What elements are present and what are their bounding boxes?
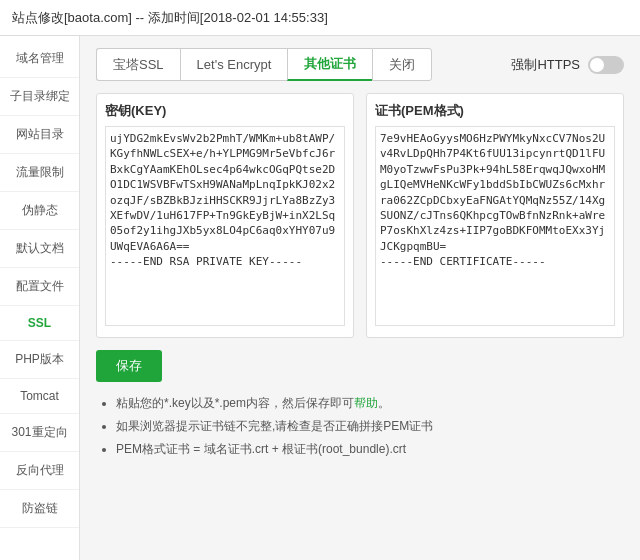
tips-list: 粘贴您的*.key以及*.pem内容，然后保存即可帮助。如果浏览器提示证书链不完… — [96, 394, 624, 458]
sidebar-item-ssl[interactable]: SSL — [0, 306, 79, 341]
tab-other-cert[interactable]: 其他证书 — [287, 48, 372, 81]
tip-item-1: 如果浏览器提示证书链不完整,请检查是否正确拼接PEM证书 — [116, 417, 624, 435]
key-panel: 密钥(KEY) — [96, 93, 354, 338]
sidebar-item-config[interactable]: 配置文件 — [0, 268, 79, 306]
sidebar-item-default[interactable]: 默认文档 — [0, 230, 79, 268]
cert-panel: 证书(PEM格式) — [366, 93, 624, 338]
tab-lets-encrypt[interactable]: Let's Encrypt — [180, 48, 288, 81]
sidebar-item-reverse[interactable]: 反向代理 — [0, 452, 79, 490]
tab-close[interactable]: 关闭 — [372, 48, 432, 81]
cert-textarea[interactable] — [375, 126, 615, 326]
sidebar-item-hotlink[interactable]: 防盗链 — [0, 490, 79, 528]
sidebar: 域名管理子目录绑定网站目录流量限制伪静态默认文档配置文件SSLPHP版本Tomc… — [0, 36, 80, 560]
tab-baota-ssl[interactable]: 宝塔SSL — [96, 48, 180, 81]
help-link[interactable]: 帮助 — [354, 396, 378, 410]
sidebar-item-tomcat[interactable]: Tomcat — [0, 379, 79, 414]
cert-panel-title: 证书(PEM格式) — [375, 102, 615, 120]
sidebar-item-php[interactable]: PHP版本 — [0, 341, 79, 379]
sidebar-item-sitelist[interactable]: 网站目录 — [0, 116, 79, 154]
force-https-container: 强制HTTPS — [511, 56, 624, 74]
sidebar-item-flow[interactable]: 流量限制 — [0, 154, 79, 192]
save-button[interactable]: 保存 — [96, 350, 162, 382]
title-bar: 站点修改[baota.com] -- 添加时间[2018-02-01 14:55… — [0, 0, 640, 36]
cert-panels: 密钥(KEY) 证书(PEM格式) — [96, 93, 624, 338]
tip-item-2: PEM格式证书 = 域名证书.crt + 根证书(root_bundle).cr… — [116, 440, 624, 458]
tabs-row: 宝塔SSLLet's Encrypt其他证书关闭 强制HTTPS — [96, 48, 624, 81]
sidebar-item-redirect[interactable]: 301重定向 — [0, 414, 79, 452]
main-layout: 域名管理子目录绑定网站目录流量限制伪静态默认文档配置文件SSLPHP版本Tomc… — [0, 36, 640, 560]
key-panel-title: 密钥(KEY) — [105, 102, 345, 120]
sidebar-item-domain[interactable]: 域名管理 — [0, 40, 79, 78]
sidebar-item-subdir[interactable]: 子目录绑定 — [0, 78, 79, 116]
tabs-group: 宝塔SSLLet's Encrypt其他证书关闭 — [96, 48, 432, 81]
key-textarea[interactable] — [105, 126, 345, 326]
sidebar-item-pseudo[interactable]: 伪静态 — [0, 192, 79, 230]
force-https-label: 强制HTTPS — [511, 56, 580, 74]
main-content: 宝塔SSLLet's Encrypt其他证书关闭 强制HTTPS 密钥(KEY)… — [80, 36, 640, 560]
tip-item-0: 粘贴您的*.key以及*.pem内容，然后保存即可帮助。 — [116, 394, 624, 412]
force-https-toggle[interactable] — [588, 56, 624, 74]
title-text: 站点修改[baota.com] -- 添加时间[2018-02-01 14:55… — [12, 9, 328, 27]
